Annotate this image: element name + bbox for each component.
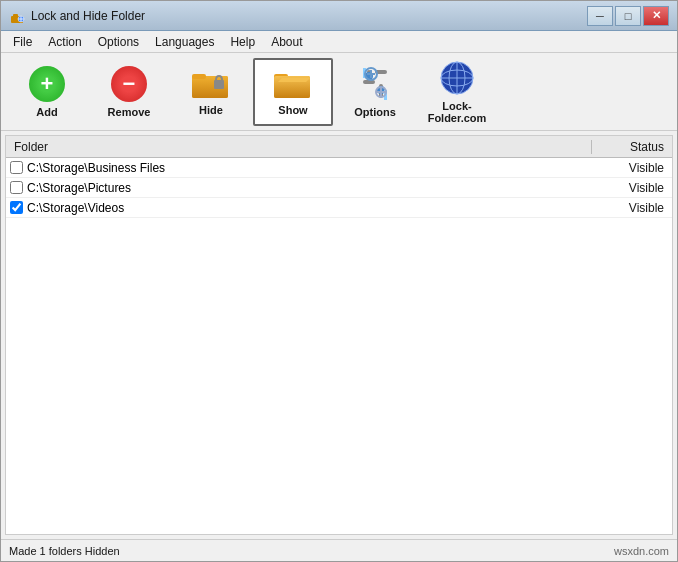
row-checkbox-2[interactable] (10, 181, 23, 194)
menu-options[interactable]: Options (90, 32, 147, 52)
svg-rect-1 (13, 14, 18, 17)
column-status-header: Status (592, 140, 672, 154)
row-folder-path-1: C:\Storage\Business Files (27, 161, 165, 175)
row-status-2: Visible (592, 181, 672, 195)
options-icon (357, 66, 393, 102)
show-folder-icon (274, 68, 312, 100)
toolbar: + Add − Remove (1, 53, 677, 131)
maximize-button[interactable]: □ (615, 6, 641, 26)
add-button[interactable]: + Add (7, 58, 87, 126)
row-folder-3: C:\Storage\Videos (6, 201, 592, 215)
minimize-button[interactable]: ─ (587, 6, 613, 26)
table-header: Folder Status (6, 136, 672, 158)
remove-icon: − (111, 66, 147, 102)
status-text: Made 1 folders Hidden (9, 545, 120, 557)
remove-label: Remove (108, 106, 151, 118)
svg-rect-23 (367, 73, 375, 75)
globe-icon (439, 60, 475, 96)
svg-rect-8 (192, 74, 206, 79)
remove-button[interactable]: − Remove (89, 58, 169, 126)
svg-rect-26 (377, 91, 385, 93)
status-brand: wsxdn.com (614, 545, 669, 557)
menu-action[interactable]: Action (40, 32, 89, 52)
menu-file[interactable]: File (5, 32, 40, 52)
show-label: Show (278, 104, 307, 116)
options-label: Options (354, 106, 396, 118)
table-body: C:\Storage\Business Files Visible C:\Sto… (6, 158, 672, 534)
table-row: C:\Storage\Videos Visible (6, 198, 672, 218)
row-folder-path-2: C:\Storage\Pictures (27, 181, 131, 195)
add-icon: + (29, 66, 65, 102)
title-bar: Lock and Hide Folder ─ □ ✕ (1, 1, 677, 31)
table-row: C:\Storage\Pictures Visible (6, 178, 672, 198)
row-folder-1: C:\Storage\Business Files (6, 161, 592, 175)
menu-languages[interactable]: Languages (147, 32, 222, 52)
hide-folder-icon (192, 68, 230, 100)
svg-rect-9 (214, 80, 224, 89)
menu-about[interactable]: About (263, 32, 310, 52)
row-checkbox-1[interactable] (10, 161, 23, 174)
close-button[interactable]: ✕ (643, 6, 669, 26)
lockfolder-label: Lock-Folder.com (422, 100, 492, 124)
hide-label: Hide (199, 104, 223, 116)
hide-button[interactable]: Hide (171, 58, 251, 126)
row-folder-2: C:\Storage\Pictures (6, 181, 592, 195)
title-bar-left: Lock and Hide Folder (9, 8, 145, 24)
window-title: Lock and Hide Folder (31, 9, 145, 23)
row-folder-path-3: C:\Storage\Videos (27, 201, 124, 215)
add-label: Add (36, 106, 57, 118)
menu-bar: File Action Options Languages Help About (1, 31, 677, 53)
main-window: Lock and Hide Folder ─ □ ✕ File Action O… (0, 0, 678, 562)
status-bar: Made 1 folders Hidden wsxdn.com (1, 539, 677, 561)
options-button[interactable]: Options (335, 58, 415, 126)
row-status-1: Visible (592, 161, 672, 175)
window-icon (9, 8, 25, 24)
main-content: Folder Status C:\Storage\Business Files … (5, 135, 673, 535)
table-row: C:\Storage\Business Files Visible (6, 158, 672, 178)
title-bar-controls: ─ □ ✕ (587, 6, 669, 26)
menu-help[interactable]: Help (222, 32, 263, 52)
row-status-3: Visible (592, 201, 672, 215)
column-folder-header: Folder (6, 140, 592, 154)
lockfolder-button[interactable]: Lock-Folder.com (417, 58, 497, 126)
show-button[interactable]: Show (253, 58, 333, 126)
row-checkbox-3[interactable] (10, 201, 23, 214)
